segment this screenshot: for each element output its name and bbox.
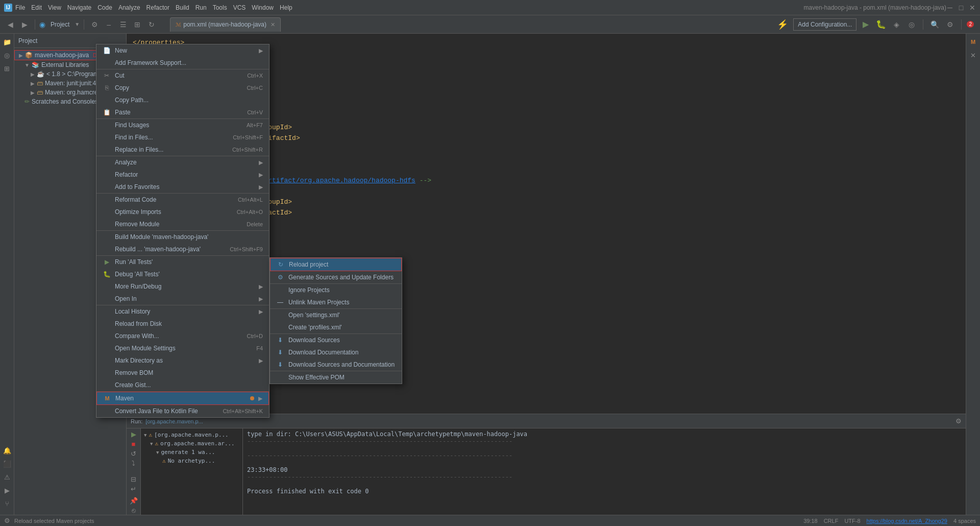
run-button[interactable]: ▶ xyxy=(860,18,872,31)
collapse-icon[interactable]: – xyxy=(103,18,115,31)
status-indent[interactable]: 4 spaces xyxy=(953,518,976,524)
terminal-icon[interactable]: ⬛ xyxy=(1,458,13,470)
run-panel-icon[interactable]: ▶ xyxy=(1,484,13,496)
minimize-button[interactable]: ─ xyxy=(946,4,953,11)
submenu-unlink[interactable]: — Unlink Maven Projects xyxy=(270,296,402,309)
menu-item-open-in[interactable]: Open In ▶ xyxy=(96,293,269,305)
menu-vcs[interactable]: VCS xyxy=(233,4,246,11)
submenu-show-pom[interactable]: Show Effective POM xyxy=(270,371,402,384)
notifications-icon[interactable]: 🔔 xyxy=(1,444,13,457)
menu-bar[interactable]: File Edit View Navigate Code Analyze Ref… xyxy=(15,4,804,11)
menu-refactor[interactable]: Refactor xyxy=(146,4,169,11)
project-panel-icon[interactable]: 📁 xyxy=(1,36,13,48)
profile-button[interactable]: ◈ xyxy=(890,18,902,31)
menu-item-paste[interactable]: 📋 Paste Ctrl+V xyxy=(96,106,269,119)
nav-back-icon[interactable]: ◀ xyxy=(4,18,16,31)
menu-item-copy[interactable]: ⎘ Copy Ctrl+C xyxy=(96,82,269,94)
menu-item-mark-dir[interactable]: Mark Directory as ▶ xyxy=(96,354,269,367)
menu-item-replace-files[interactable]: Replace in Files... Ctrl+Shift+R xyxy=(96,144,269,156)
menu-item-debug-tests[interactable]: 🐛 Debug 'All Tests' xyxy=(96,268,269,280)
status-crlf[interactable]: CRLF xyxy=(824,518,839,524)
menu-item-more-run[interactable]: More Run/Debug ▶ xyxy=(96,280,269,293)
list-icon[interactable]: ☰ xyxy=(117,18,129,31)
bottom-tree-item3[interactable]: ▼ generate 1 wa... xyxy=(155,448,240,457)
menu-item-add-favorites[interactable]: Add to Favorites ▶ xyxy=(96,181,269,194)
menu-edit[interactable]: Edit xyxy=(31,4,42,11)
menu-code[interactable]: Code xyxy=(97,4,112,11)
scroll-to-end-icon[interactable]: ⤵ xyxy=(128,460,139,467)
bottom-tree-item4[interactable]: ⚠ No archetyp... xyxy=(161,457,240,465)
structure-icon[interactable]: ⊞ xyxy=(1,62,13,75)
menu-item-convert-kotlin[interactable]: Convert Java File to Kotlin File Ctrl+Al… xyxy=(96,405,269,417)
menu-item-find-files[interactable]: Find in Files... Ctrl+Shift+F xyxy=(96,131,269,144)
nav-forward-icon[interactable]: ▶ xyxy=(18,18,31,31)
run-icon-active[interactable]: ▶ xyxy=(128,431,139,438)
menu-item-copy-path[interactable]: Copy Path... xyxy=(96,94,269,106)
settings-main-icon[interactable]: ⚙ xyxy=(944,18,956,31)
menu-item-add-framework[interactable]: Add Framework Support... xyxy=(96,57,269,69)
menu-run[interactable]: Run xyxy=(195,4,207,11)
menu-item-reload-disk[interactable]: Reload from Disk xyxy=(96,318,269,330)
menu-item-remove-module[interactable]: Remove Module Delete xyxy=(96,218,269,231)
maximize-button[interactable]: □ xyxy=(958,4,965,11)
menu-item-rebuild[interactable]: Rebuild ... 'maven-hadoop-java' Ctrl+Shi… xyxy=(96,243,269,256)
submenu-download-both[interactable]: ⬇ Download Sources and Documentation xyxy=(270,358,402,371)
status-link[interactable]: https://blog.csdn.net/A_Zhong29 xyxy=(867,518,947,524)
run-config-dropdown[interactable]: Add Configuration... xyxy=(793,18,856,31)
menu-item-refactor[interactable]: Refactor ▶ xyxy=(96,169,269,181)
submenu-download-docs[interactable]: ⬇ Download Documentation xyxy=(270,346,402,358)
menu-item-create-gist[interactable]: Create Gist... xyxy=(96,379,269,392)
menu-tools[interactable]: Tools xyxy=(213,4,227,11)
submenu-reload[interactable]: ↻ Reload project xyxy=(270,258,402,271)
menu-item-analyze[interactable]: Analyze ▶ xyxy=(96,156,269,169)
right-close-icon[interactable]: ✕ xyxy=(967,49,979,61)
menu-item-module-settings[interactable]: Open Module Settings F4 xyxy=(96,342,269,354)
menu-item-run-tests[interactable]: ▶ Run 'All Tests' xyxy=(96,256,269,268)
git-icon[interactable]: ⑂ xyxy=(1,497,13,510)
problems-icon[interactable]: ⚠ xyxy=(1,471,13,483)
submenu-create-profiles[interactable]: Create 'profiles.xml' xyxy=(270,321,402,334)
fold-icon[interactable]: ⊟ xyxy=(128,475,139,483)
tab-close-button[interactable]: ✕ xyxy=(271,21,275,28)
menu-item-maven[interactable]: M Maven ▶ xyxy=(96,392,269,405)
menu-item-reformat[interactable]: Reformat Code Ctrl+Alt+L xyxy=(96,194,269,206)
tab-pom-xml[interactable]: ℳ pom.xml (maven-hadoop-java) ✕ xyxy=(170,17,281,32)
project-label[interactable]: Project xyxy=(47,20,72,29)
commit-icon[interactable]: ◎ xyxy=(1,49,13,61)
menu-item-remove-bom[interactable]: Remove BOM xyxy=(96,367,269,379)
project-dropdown-arrow[interactable]: ▼ xyxy=(75,21,80,27)
menu-item-cut[interactable]: ✂ Cut Ctrl+X xyxy=(96,69,269,82)
menu-item-find-usages[interactable]: Find Usages Alt+F7 xyxy=(96,119,269,131)
bottom-settings-icon[interactable]: ⚙ xyxy=(955,417,962,425)
menu-item-new[interactable]: 📄 New ▶ xyxy=(96,44,269,57)
submenu-download-sources[interactable]: ⬇ Download Sources xyxy=(270,334,402,346)
status-encoding[interactable]: UTF-8 xyxy=(844,518,860,524)
debug-button[interactable]: 🐛 xyxy=(875,18,887,31)
close-button[interactable]: ✕ xyxy=(969,4,976,11)
search-everywhere-icon[interactable]: 🔍 xyxy=(928,18,941,31)
soft-wrap-icon[interactable]: ↵ xyxy=(128,485,139,493)
menu-help[interactable]: Help xyxy=(280,4,292,11)
menu-item-local-history[interactable]: Local History ▶ xyxy=(96,305,269,318)
status-settings-icon[interactable]: ⚙ xyxy=(4,517,10,524)
menu-build[interactable]: Build xyxy=(176,4,189,11)
bottom-tree-item2[interactable]: ▼ ⚠ org.apache.maven.ar... xyxy=(149,439,240,448)
menu-file[interactable]: File xyxy=(15,4,25,11)
settings-icon[interactable]: ⚙ xyxy=(88,18,101,31)
menu-item-build-module[interactable]: Build Module 'maven-hadoop-java' xyxy=(96,231,269,243)
expand-icon[interactable]: ⊞ xyxy=(131,18,143,31)
refresh-icon[interactable]: ↻ xyxy=(145,18,158,31)
maven-right-icon[interactable]: M xyxy=(967,36,979,48)
menu-item-compare[interactable]: Compare With... Ctrl+D xyxy=(96,330,269,342)
menu-navigate[interactable]: Navigate xyxy=(67,4,91,11)
menu-analyze[interactable]: Analyze xyxy=(118,4,140,11)
stop-icon[interactable]: ■ xyxy=(128,440,139,448)
submenu-generate[interactable]: ⚙ Generate Sources and Update Folders xyxy=(270,271,402,284)
project-selector[interactable]: ◉ Project ▼ xyxy=(39,20,80,29)
menu-window[interactable]: Window xyxy=(252,4,274,11)
menu-view[interactable]: View xyxy=(48,4,61,11)
coverage-button[interactable]: ◎ xyxy=(905,18,918,31)
submenu-open-settings[interactable]: Open 'settings.xml' xyxy=(270,309,402,321)
external-icon[interactable]: ⎋ xyxy=(128,507,139,514)
rerun-icon[interactable]: ↺ xyxy=(128,450,139,458)
